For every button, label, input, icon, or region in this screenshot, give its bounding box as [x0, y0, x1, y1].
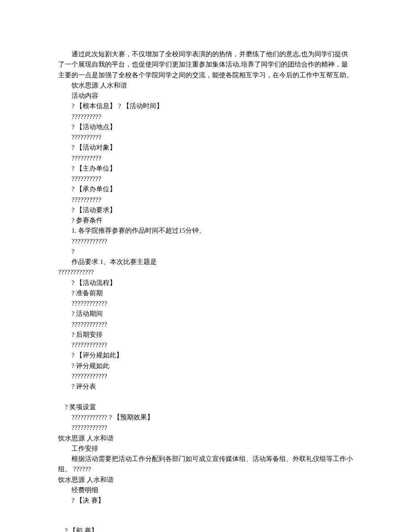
scoring-rules-line-2: ? 评分规如此 — [58, 361, 353, 371]
placeholder-line: ?????????? — [58, 153, 353, 163]
score-table-line: ? 评分表 — [58, 381, 353, 392]
slogan-line-1: 饮水思源 人水和谐 — [58, 80, 353, 91]
entry-conditions-line: ? 参赛条件 — [58, 215, 353, 226]
slogan-line-2: 饮水思源 人水和谐 — [58, 433, 353, 444]
target-line: ? 【活动对象】 — [58, 142, 353, 153]
organizer-line: ? 【承办单位】 — [58, 184, 353, 194]
budget-heading: 经费明细 — [58, 485, 353, 495]
final-round-line: ? 【决 赛】 — [58, 495, 353, 506]
placeholder-line: ?????????? — [58, 195, 353, 205]
prelim-round-line: ? 【初 赛】 — [58, 526, 353, 532]
slogan-line-3: 饮水思源 人水和谐 — [58, 475, 353, 485]
post-line: ? 后期安排 — [58, 330, 353, 340]
requirements-line: ? 【活动要求】 — [58, 205, 353, 215]
spacer — [58, 392, 353, 402]
awards-line: ? 奖项设置 — [58, 402, 353, 412]
placeholder-line: ???????????? — [58, 371, 353, 381]
spacer — [58, 506, 353, 526]
placeholder-line: ???????????? — [58, 319, 353, 330]
expected-effect-line: ???????????? ? 【预期效果】 — [58, 412, 353, 423]
during-line: ? 活动期间 — [58, 309, 353, 319]
scoring-rules-line: ? 【评分规如此】 — [58, 350, 353, 360]
placeholder-line-flush: ???????????? — [58, 267, 353, 277]
host-line: ? 【主办单位】 — [58, 163, 353, 174]
placeholder-line: ???????????? — [58, 298, 353, 309]
location-line: ? 【活动地点】 — [58, 122, 353, 132]
activity-content-heading: 活动内容 — [58, 91, 353, 101]
placeholder-line: ???????????? — [58, 236, 353, 247]
placeholder-line: ???????????? — [58, 340, 353, 350]
rule-1-line: 1. 各学院推荐参赛的作品时间不超过15分钟。 — [58, 226, 353, 236]
prep-line: ? 准备前期 — [58, 288, 353, 298]
single-question-line: ? — [58, 247, 353, 257]
placeholder-line: ???????????? — [58, 423, 353, 433]
placeholder-line: ?????????? — [58, 132, 353, 142]
basic-info-time-line: ? 【根本信息】 ? 【活动时间】 — [58, 101, 353, 111]
intro-paragraph: 通过此次短剧大赛，不仅增加了全校同学表演的的热情，并磨练了他们的意志,也为同学们… — [58, 49, 353, 80]
process-line: ? 【活动流程】 — [58, 278, 353, 288]
work-arrangement-heading: 工作安排 — [58, 444, 353, 454]
placeholder-line: ?????????? — [58, 174, 353, 184]
placeholder-line: ?????????? — [58, 112, 353, 122]
work-requirement-line: 作品要求 1、本次比赛主题是 — [58, 257, 353, 267]
work-arrangement-text: 根据活动需要把活动工作分配到各部门如可成立宣传媒体组、活动筹备组、外联礼仪组等工… — [58, 454, 353, 475]
